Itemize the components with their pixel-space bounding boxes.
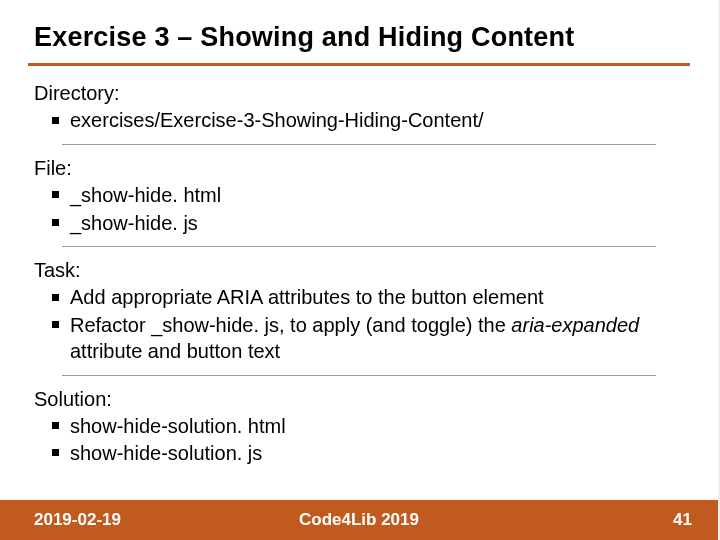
section-task: Task: Add appropriate ARIA attributes to… <box>34 257 684 365</box>
list-item: exercises/Exercise-3-Showing-Hiding-Cont… <box>52 107 684 133</box>
bullet-list: show-hide-solution. html show-hide-solut… <box>34 413 684 467</box>
slide-title: Exercise 3 – Showing and Hiding Content <box>0 0 718 59</box>
section-divider <box>62 246 656 247</box>
section-label: Task: <box>34 257 684 283</box>
footer-date: 2019-02-19 <box>34 510 121 530</box>
section-file: File: _show-hide. html _show-hide. js <box>34 155 684 236</box>
list-item: _show-hide. html <box>52 182 684 208</box>
section-label: Directory: <box>34 80 684 106</box>
slide-body: Directory: exercises/Exercise-3-Showing-… <box>0 66 718 467</box>
section-label: File: <box>34 155 684 181</box>
slide: Exercise 3 – Showing and Hiding Content … <box>0 0 720 540</box>
list-item: show-hide-solution. html <box>52 413 684 439</box>
footer-title: Code4Lib 2019 <box>299 510 419 530</box>
footer-page-number: 41 <box>673 510 692 530</box>
list-item: _show-hide. js <box>52 210 684 236</box>
section-divider <box>62 144 656 145</box>
bullet-list: _show-hide. html _show-hide. js <box>34 182 684 236</box>
section-solution: Solution: show-hide-solution. html show-… <box>34 386 684 467</box>
section-label: Solution: <box>34 386 684 412</box>
text: attribute and button text <box>70 340 280 362</box>
text: Refactor _show-hide. js, to apply (and t… <box>70 314 511 336</box>
slide-footer: 2019-02-19 Code4Lib 2019 41 <box>0 500 718 540</box>
list-item: Refactor _show-hide. js, to apply (and t… <box>52 312 684 365</box>
bullet-list: Add appropriate ARIA attributes to the b… <box>34 284 684 364</box>
section-divider <box>62 375 656 376</box>
list-item: Add appropriate ARIA attributes to the b… <box>52 284 684 310</box>
bullet-list: exercises/Exercise-3-Showing-Hiding-Cont… <box>34 107 684 133</box>
italic-text: aria-expanded <box>511 314 639 336</box>
list-item: show-hide-solution. js <box>52 440 684 466</box>
section-directory: Directory: exercises/Exercise-3-Showing-… <box>34 80 684 134</box>
